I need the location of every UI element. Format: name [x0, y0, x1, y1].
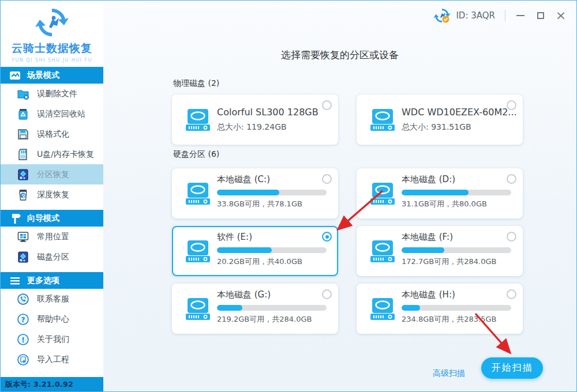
scene-mode-icon: [9, 69, 21, 82]
partition-card[interactable]: 本地磁盘 (H:) 234.8GB可用，共283.5GB: [357, 284, 523, 334]
disk-radio[interactable]: [507, 100, 516, 110]
sidebar-section-label: 场景模式: [27, 70, 59, 81]
partition-radio[interactable]: [507, 174, 516, 184]
account-logo-icon: [433, 7, 451, 24]
sidebar-item-label: 关于我们: [37, 334, 69, 345]
close-button[interactable]: ×: [553, 8, 568, 23]
usage-bar-fill: [402, 190, 469, 195]
usage-bar: [217, 247, 327, 253]
sidebar-item-common-locations[interactable]: 常用位置: [1, 227, 103, 247]
sidebar-item-partition-recovery[interactable]: 分区恢复: [1, 164, 103, 184]
sidebar-section-label: 更多选项: [27, 276, 59, 286]
partition-name: 本地磁盘 (G:): [217, 289, 271, 300]
partition-card[interactable]: 本地磁盘 (D:) 31.1GB可用，共80.0GB: [357, 168, 523, 218]
sd-card-icon: [17, 148, 29, 161]
phone-icon: [17, 293, 29, 306]
usage-bar: [217, 190, 327, 195]
partition-card-selected[interactable]: 软件 (E:) 20.2GB可用，共40.0GB: [172, 226, 338, 276]
partition-name: 本地磁盘 (C:): [217, 174, 270, 185]
hard-drive-icon: [185, 182, 211, 205]
usage-bar: [402, 247, 511, 253]
recycle-bin-icon: [17, 108, 29, 120]
sidebar-item-label: 误删除文件: [37, 89, 77, 99]
maximize-icon: [537, 12, 544, 19]
deleted-files-icon: [17, 88, 29, 100]
partition-card[interactable]: 本地磁盘 (C:) 33.8GB可用，共78.1GB: [172, 168, 338, 218]
sidebar-item-label: 帮助中心: [37, 314, 69, 325]
hard-drive-icon: [185, 108, 211, 131]
monitor-icon: [17, 231, 29, 243]
advanced-scan-link[interactable]: 高级扫描: [433, 368, 465, 379]
floppy-disk-icon: [17, 128, 29, 141]
partition-card[interactable]: 本地磁盘 (G:) 219.2GB可用，共284.0GB: [172, 284, 338, 334]
sidebar-section-more-options: 更多选项: [1, 272, 103, 289]
sidebar-item-usb-sd-recovery[interactable]: U盘/内存卡恢复: [1, 144, 103, 164]
partition-name: 软件 (E:): [217, 232, 252, 243]
physical-disk-card[interactable]: Colorful SL300 128GB 总大小: 119.24GB: [172, 95, 338, 145]
disk-partition-icon: [17, 251, 29, 263]
partition-radio[interactable]: [507, 289, 516, 299]
hard-drive-icon: [369, 182, 396, 205]
usage-bar-fill: [217, 247, 272, 253]
sidebar-item-label: 误清空回收站: [37, 109, 85, 119]
sidebar-item-label: 分区恢复: [37, 169, 69, 180]
disk-radio[interactable]: [322, 100, 332, 110]
maximize-button[interactable]: [533, 8, 548, 23]
wizard-mode-icon: [9, 212, 21, 225]
usage-bar-fill: [402, 247, 444, 253]
partition-name: 本地磁盘 (D:): [402, 174, 455, 185]
partition-recovery-icon: [17, 168, 29, 181]
app-window: 云骑士数据恢复 YUN QI SHI SHU JU HUI FU 场景模式 误删…: [0, 0, 577, 392]
partition-card[interactable]: 本地磁盘 (F:) 172.7GB可用，共284.0GB: [357, 226, 523, 276]
partition-info: 31.1GB可用，共80.0GB: [402, 199, 487, 209]
about-icon: !: [17, 333, 29, 346]
partition-info: 33.8GB可用，共78.1GB: [217, 199, 302, 209]
deep-recovery-icon: [17, 189, 29, 201]
titlebar: ID: 3AQR ×: [433, 7, 568, 24]
help-icon: ?: [17, 313, 29, 326]
partition-radio[interactable]: [322, 289, 332, 299]
minimize-icon: [516, 15, 524, 16]
partition-info: 219.2GB可用，共284.0GB: [217, 314, 312, 325]
sidebar-item-label: 导入工程: [37, 355, 69, 365]
svg-text:?: ?: [21, 315, 25, 323]
sidebar-item-import-project[interactable]: 导入工程: [1, 349, 103, 370]
app-logo: 云骑士数据恢复 YUN QI SHI SHU JU HUI FU: [1, 1, 103, 67]
physical-disk-card[interactable]: WDC WD10EZEX-60M2... 总大小: 931.51GB: [357, 95, 523, 145]
sidebar-item-about-us[interactable]: ! 关于我们: [1, 329, 103, 349]
sidebar-item-recycle-bin[interactable]: 误清空回收站: [1, 104, 103, 124]
main-area: ID: 3AQR × 选择需要恢复的分区或设备 物理磁盘 (2) Colorfu…: [103, 1, 576, 391]
version-bar: 版本号: 3.21.0.92: [1, 377, 103, 391]
sidebar-item-label: U盘/内存卡恢复: [37, 149, 94, 160]
sidebar-item-help-center[interactable]: ? 帮助中心: [1, 309, 103, 329]
sidebar-section-scene-mode: 场景模式: [1, 67, 103, 84]
start-scan-button[interactable]: 开始扫描: [481, 357, 543, 379]
page-title: 选择需要恢复的分区或设备: [103, 48, 576, 62]
sidebar-section-wizard-mode: 向导模式: [1, 210, 103, 227]
sidebar-item-disk-partitions[interactable]: 磁盘分区: [1, 247, 103, 267]
logo-title: 云骑士数据恢复: [12, 41, 92, 56]
partition-radio[interactable]: [507, 232, 516, 242]
usage-bar: [402, 190, 511, 195]
disk-size: 总大小: 931.51GB: [402, 122, 471, 133]
sidebar-item-label: 联系客服: [37, 294, 69, 304]
sidebar: 云骑士数据恢复 YUN QI SHI SHU JU HUI FU 场景模式 误删…: [1, 1, 103, 391]
titlebar-divider: [505, 10, 505, 21]
close-icon: ×: [556, 10, 566, 21]
logo-swirl-icon: [33, 5, 71, 40]
partition-radio[interactable]: [322, 174, 332, 184]
sidebar-item-deep-recovery[interactable]: 深度恢复: [1, 184, 103, 205]
sidebar-item-label: 误格式化: [37, 129, 69, 140]
usage-bar-fill: [217, 305, 242, 311]
sidebar-item-deleted-files[interactable]: 误删除文件: [1, 84, 103, 104]
physical-disks-label: 物理磁盘 (2): [173, 78, 219, 89]
hard-drive-icon: [185, 240, 211, 263]
partition-radio-selected[interactable]: [322, 232, 332, 242]
partition-info: 172.7GB可用，共284.0GB: [402, 257, 496, 267]
minimize-button[interactable]: [513, 8, 528, 23]
sidebar-item-contact-support[interactable]: 联系客服: [1, 289, 103, 309]
disk-size: 总大小: 119.24GB: [217, 122, 287, 133]
sidebar-item-formatted[interactable]: 误格式化: [1, 124, 103, 144]
partition-name: 本地磁盘 (H:): [402, 289, 455, 300]
disk-name: Colorful SL300 128GB: [217, 107, 319, 118]
